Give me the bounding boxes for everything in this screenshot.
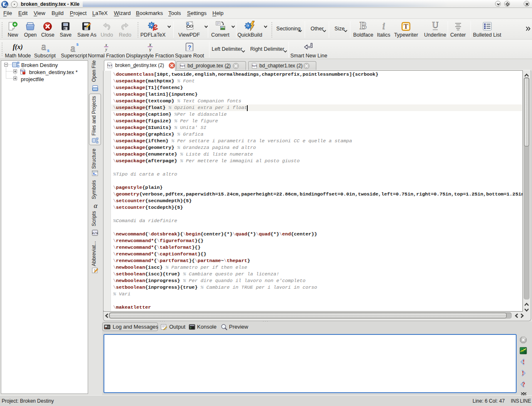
svg-text:</>: </> bbox=[92, 231, 98, 235]
svg-text:?: ? bbox=[188, 44, 192, 51]
svg-text:s: s bbox=[76, 42, 79, 47]
svg-text:U: U bbox=[432, 21, 438, 30]
svg-text:?: ? bbox=[522, 381, 525, 388]
svg-text:B: B bbox=[360, 21, 367, 31]
svg-text:i: i bbox=[382, 21, 385, 31]
svg-text:y: y bbox=[148, 47, 151, 52]
svg-text:T: T bbox=[404, 22, 409, 30]
svg-text:a: a bbox=[41, 42, 46, 52]
svg-text:a: a bbox=[94, 268, 95, 271]
svg-text:a: a bbox=[70, 42, 75, 52]
svg-text:!: ! bbox=[523, 359, 525, 365]
svg-text:!: ! bbox=[522, 370, 524, 376]
svg-text:s: s bbox=[47, 48, 49, 52]
svg-text:f(x): f(x) bbox=[13, 43, 23, 51]
svg-text:x: x bbox=[105, 43, 108, 47]
svg-text:y: y bbox=[105, 47, 108, 52]
svg-text:α: α bbox=[94, 202, 98, 209]
